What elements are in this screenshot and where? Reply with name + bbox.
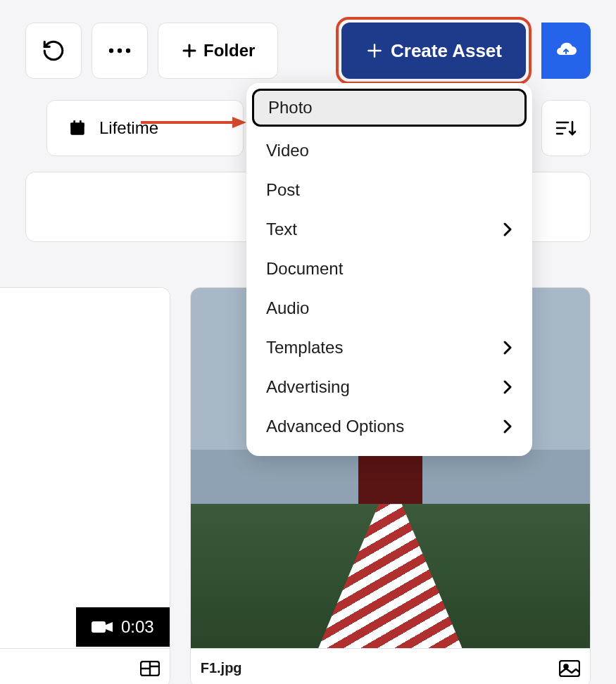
dropdown-item-audio[interactable]: Audio: [246, 289, 532, 328]
image-icon: [559, 660, 580, 677]
video-duration-overlay: 0:03: [76, 607, 170, 647]
refresh-icon: [42, 39, 65, 63]
dropdown-item-label: Advanced Options: [266, 417, 404, 436]
asset-filename: F1.jpg: [201, 660, 242, 676]
dropdown-item-photo[interactable]: Photo: [252, 89, 527, 127]
new-folder-button[interactable]: Folder: [158, 23, 278, 79]
sort-icon: [555, 119, 577, 137]
cloud-upload-button[interactable]: [541, 23, 591, 79]
chevron-right-icon: [503, 419, 513, 434]
chevron-right-icon: [503, 379, 513, 395]
svg-point-1: [118, 49, 122, 53]
plus-icon: [365, 42, 384, 60]
video-thumbnail: [0, 288, 170, 648]
dropdown-item-label: Text: [266, 220, 297, 239]
video-camera-icon: [92, 620, 113, 634]
dropdown-item-post[interactable]: Post: [246, 170, 532, 210]
chevron-right-icon: [503, 222, 513, 237]
dropdown-item-label: Post: [266, 180, 300, 200]
svg-rect-17: [92, 621, 106, 633]
dropdown-item-templates[interactable]: Templates: [246, 328, 532, 367]
dropdown-item-label: Audio: [266, 298, 309, 318]
masonry-icon: [140, 661, 160, 676]
create-asset-label: Create Asset: [391, 40, 502, 62]
video-duration: 0:03: [121, 617, 154, 637]
sort-button[interactable]: [541, 100, 591, 156]
dropdown-item-label: Photo: [268, 98, 313, 118]
chevron-right-icon: [503, 340, 513, 355]
dropdown-item-advertising[interactable]: Advertising: [246, 367, 532, 407]
dropdown-item-label: Advertising: [266, 377, 350, 397]
dropdown-item-label: Document: [266, 259, 343, 279]
more-button[interactable]: [92, 23, 148, 79]
asset-card-footer: [0, 648, 170, 684]
dropdown-item-text[interactable]: Text: [246, 210, 532, 249]
plus-icon: [181, 42, 198, 59]
toolbar-row1: Folder Create Asset: [0, 0, 616, 84]
asset-card-video[interactable]: 0:03: [0, 287, 170, 684]
svg-point-0: [109, 49, 113, 53]
svg-rect-23: [560, 661, 579, 676]
folder-button-label: Folder: [203, 41, 255, 61]
calendar-icon: [68, 119, 87, 137]
dropdown-item-label: Video: [266, 141, 309, 160]
refresh-button[interactable]: [25, 23, 82, 79]
create-asset-dropdown: Photo Video Post Text Document Audio Tem…: [246, 83, 532, 456]
create-asset-highlight: Create Asset: [336, 17, 532, 84]
arrow-annotation: [141, 115, 246, 129]
ellipsis-icon: [108, 48, 132, 53]
svg-marker-18: [106, 622, 113, 632]
dropdown-item-label: Templates: [266, 338, 343, 357]
dropdown-item-document[interactable]: Document: [246, 249, 532, 289]
svg-rect-8: [70, 122, 84, 126]
asset-card-footer: F1.jpg: [191, 648, 590, 684]
svg-point-2: [126, 49, 130, 53]
svg-marker-12: [232, 117, 246, 128]
dropdown-item-advanced[interactable]: Advanced Options: [246, 407, 532, 446]
cloud-upload-icon: [555, 42, 577, 59]
dropdown-item-video[interactable]: Video: [246, 131, 532, 170]
create-asset-button[interactable]: Create Asset: [341, 23, 526, 79]
